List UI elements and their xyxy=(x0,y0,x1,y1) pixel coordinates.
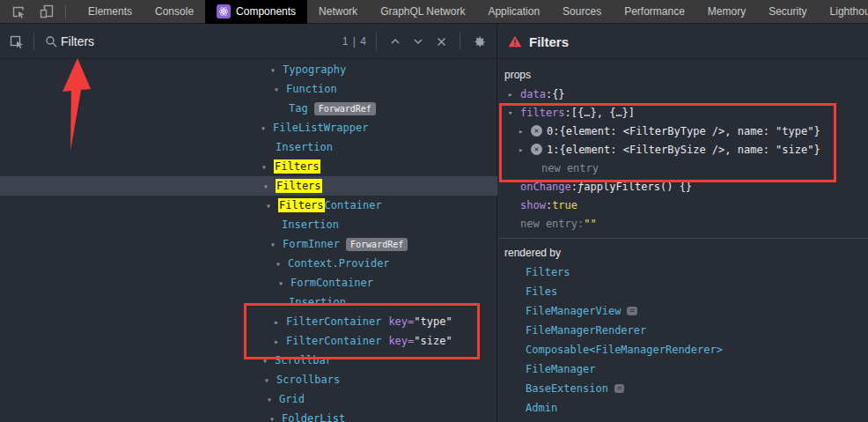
chevron-down-icon[interactable]: ▾ xyxy=(264,375,276,385)
tree-row-insertion[interactable]: Insertion xyxy=(0,137,497,157)
prop-row[interactable]: onChange: ƒ applyFilters() {} xyxy=(498,177,868,196)
prop-text: : xyxy=(546,88,552,100)
tree-row-filtercontainer[interactable]: ▸FilterContainerkey="size" xyxy=(0,331,497,351)
prop-row[interactable]: ▸✕0: {element: <FilterByType />, name: "… xyxy=(498,122,868,140)
tab-elements[interactable]: Elements xyxy=(77,0,143,24)
owner-component-name: FileManagerRenderer xyxy=(526,324,646,337)
chevron-down-icon[interactable]: ▾ xyxy=(262,356,275,366)
prop-row[interactable]: new entry xyxy=(498,159,868,177)
clear-search-button[interactable] xyxy=(431,32,451,51)
toolbar-divider xyxy=(33,33,34,50)
owner-badge: = xyxy=(627,307,636,315)
tree-row-folderlist[interactable]: ▾FolderList xyxy=(0,409,497,422)
component-name: Function xyxy=(286,83,337,95)
tree-row-filtercontainer[interactable]: ▸FilterContainerkey="type" xyxy=(0,312,497,331)
prop-text: true xyxy=(552,199,577,211)
chevron-down-icon[interactable]: ▾ xyxy=(261,123,273,133)
previous-result-button[interactable] xyxy=(386,32,405,51)
component-name: FormContainer xyxy=(291,277,373,289)
chevron-down-icon[interactable]: ▾ xyxy=(267,395,279,404)
device-toolbar-icon[interactable] xyxy=(37,2,56,21)
tab-performance[interactable]: Performance xyxy=(613,0,696,24)
rendered-by-item[interactable]: Admin xyxy=(498,398,868,418)
tree-row-filters[interactable]: ▾Filters xyxy=(0,157,497,176)
rendered-by-item[interactable]: FileManagerView= xyxy=(498,301,868,321)
chevron-down-icon[interactable]: ▾ xyxy=(278,278,291,288)
tab-security[interactable]: Security xyxy=(757,0,818,24)
tab-memory[interactable]: Memory xyxy=(696,0,757,24)
tab-network[interactable]: Network xyxy=(307,0,369,24)
tree-row-function[interactable]: ▾Function xyxy=(0,79,497,99)
chevron-down-icon[interactable]: ▾ xyxy=(270,240,283,249)
select-element-icon[interactable] xyxy=(7,32,26,51)
rendered-by-section-label: rendered by xyxy=(504,247,561,259)
tab-application[interactable]: Application xyxy=(476,0,551,24)
tree-row-filters[interactable]: ▾Filters xyxy=(0,176,497,196)
component-name: Filters xyxy=(276,180,322,192)
chevron-down-icon[interactable]: ▾ xyxy=(261,162,274,172)
tab-label: Application xyxy=(488,5,540,18)
prop-row[interactable]: ▸data: {} xyxy=(498,85,868,103)
chevron-down-icon[interactable]: ▾ xyxy=(270,65,283,75)
prop-text: 0 xyxy=(547,125,553,137)
component-name: Scrollbar xyxy=(275,354,332,366)
delete-entry-icon[interactable]: ✕ xyxy=(531,125,542,137)
tab-sources[interactable]: Sources xyxy=(551,0,613,24)
chevron-down-icon[interactable]: ▾ xyxy=(263,181,276,191)
tree-row-typography[interactable]: ▾Typography xyxy=(0,60,497,79)
chevron-down-icon[interactable]: ▾ xyxy=(269,414,282,422)
tree-row-scrollbars[interactable]: ▾Scrollbars xyxy=(0,370,497,389)
tab-components[interactable]: Components xyxy=(205,0,307,24)
tree-row-forminner[interactable]: ▾FormInnerForwardRef xyxy=(0,234,497,254)
tree-row-tag[interactable]: TagForwardRef xyxy=(0,99,497,118)
component-name: FileListWrapper xyxy=(273,122,368,134)
settings-gear-icon[interactable] xyxy=(469,32,489,51)
tree-row-insertion[interactable]: Insertion xyxy=(0,215,497,234)
expand-right-icon[interactable]: ▸ xyxy=(519,127,531,136)
tree-row-grid[interactable]: ▾Grid xyxy=(0,389,497,409)
search-highlight: Filters xyxy=(278,198,325,212)
tree-row-scrollbar[interactable]: ▾Scrollbar xyxy=(0,351,497,370)
key-attribute: key="size" xyxy=(388,335,452,347)
rendered-by-item[interactable]: FileManager xyxy=(498,359,868,379)
prop-row[interactable]: new entry: "" xyxy=(498,214,868,233)
tab-console[interactable]: Console xyxy=(143,0,205,24)
tree-row-insertion[interactable]: Insertion xyxy=(0,292,497,312)
chevron-down-icon[interactable]: ▾ xyxy=(274,85,286,94)
chevron-right-icon[interactable]: ▸ xyxy=(274,317,286,327)
prop-text: : xyxy=(577,218,584,230)
tree-row-formcontainer[interactable]: ▾FormContainer xyxy=(0,273,497,292)
tree-row-filelistwrapper[interactable]: ▾FileListWrapper xyxy=(0,118,497,137)
tab-lighthouse[interactable]: Lighthouse xyxy=(819,0,868,24)
tree-row-filterscontainer[interactable]: ▾FiltersContainer xyxy=(0,196,497,215)
chevron-down-icon[interactable]: ▾ xyxy=(276,259,288,269)
component-inspector-panel: Filters props ▸data: {}▾filters: [{…}, {… xyxy=(498,25,868,422)
next-result-button[interactable] xyxy=(408,32,428,51)
rendered-by-item[interactable]: Filters xyxy=(498,263,868,282)
component-name: Insertion xyxy=(282,218,339,231)
component-name: Insertion xyxy=(289,296,346,308)
forwardref-badge: ForwardRef xyxy=(314,102,376,115)
inspect-element-icon[interactable] xyxy=(9,2,28,21)
rendered-by-list: FiltersFilesFileManagerView=FileManagerR… xyxy=(498,263,868,418)
delete-entry-icon[interactable]: ✕ xyxy=(531,144,542,155)
component-name: Context.Provider xyxy=(288,257,390,270)
search-input[interactable] xyxy=(61,34,263,48)
rendered-by-item[interactable]: BaseExtension= xyxy=(498,379,868,398)
rendered-by-item[interactable]: FileManagerRenderer xyxy=(498,321,868,340)
rendered-by-item[interactable]: Composable<FileManagerRenderer> xyxy=(498,340,868,359)
prop-row[interactable]: show: true xyxy=(498,196,868,214)
prop-row[interactable]: ▾filters: [{…}, {…}] xyxy=(498,103,868,122)
expand-down-icon[interactable]: ▾ xyxy=(508,108,520,117)
tab-graphql-network[interactable]: GraphQL Network xyxy=(369,0,476,24)
rendered-by-item[interactable]: Files xyxy=(498,282,868,301)
chevron-right-icon[interactable]: ▸ xyxy=(274,337,286,346)
expand-right-icon[interactable]: ▸ xyxy=(519,145,531,154)
prop-row[interactable]: ▸✕1: {element: <FilterBySize />, name: "… xyxy=(498,140,868,159)
component-name: Filters xyxy=(274,160,320,173)
component-name: FilterContainer xyxy=(286,315,381,328)
tab-label: Components xyxy=(236,5,296,18)
chevron-down-icon[interactable]: ▾ xyxy=(266,201,278,211)
tree-row-context.provider[interactable]: ▾Context.Provider xyxy=(0,254,497,273)
expand-right-icon[interactable]: ▸ xyxy=(508,90,520,99)
